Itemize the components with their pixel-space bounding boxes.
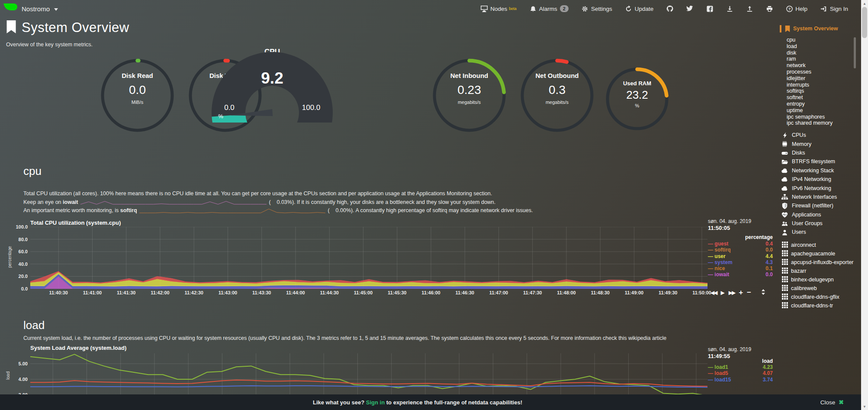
gauge-disk-read[interactable]: Disk Read 0.0 MiB/s — [99, 57, 176, 134]
sidebar-item-memory[interactable]: Memory — [781, 140, 862, 149]
y-tick: 20.0 — [9, 274, 28, 279]
gauge-net-outbound[interactable]: Net Outbound 0.3 megabits/s — [519, 57, 595, 134]
sidebar-item-ipv6-networking[interactable]: IPv6 Networking — [781, 184, 862, 193]
legend-row-softirq[interactable]: — softirq0.0 — [708, 247, 773, 253]
resize-handle-icon[interactable] — [761, 289, 765, 296]
sidebar-item-user-groups[interactable]: User Groups — [781, 219, 862, 228]
load-chart-timestamp: søn. 04. aug. 2019 11:49:55 — [708, 346, 777, 359]
play-icon[interactable]: ▶ — [720, 290, 724, 295]
x-tick: 11:42:30 — [181, 290, 207, 295]
download-icon — [726, 5, 733, 12]
sidebar-item-entropy[interactable]: entropy — [787, 101, 862, 107]
sidebar-item-disks[interactable]: Disks — [781, 149, 862, 157]
nav-signin[interactable]: Sign In — [820, 5, 848, 12]
grid-icon — [781, 259, 788, 265]
nav-import[interactable] — [746, 5, 753, 12]
sidebar-item-load[interactable]: load — [787, 43, 862, 50]
sidebar-item-network[interactable]: network — [787, 62, 862, 69]
sidebar-item-disk[interactable]: disk — [787, 50, 862, 56]
twitter-icon — [686, 5, 693, 12]
iowait-sparkline[interactable] — [80, 199, 267, 205]
nav-update[interactable]: Update — [625, 5, 654, 12]
sidebar-item-idlejitter[interactable]: idlejitter — [787, 75, 862, 82]
zoom-in-icon[interactable]: + — [739, 290, 743, 295]
sidebar-item-apacheguacamole[interactable]: apacheguacamole — [781, 249, 862, 258]
sidebar-scrollbar-thumb[interactable] — [854, 37, 856, 68]
zoom-out-icon[interactable]: − — [747, 290, 751, 295]
sidebar-item-interrupts[interactable]: interrupts — [787, 82, 862, 88]
legend-row-load1[interactable]: — load14.23 — [708, 364, 773, 370]
gauge-net-inbound[interactable]: Net Inbound 0.23 megabits/s — [431, 57, 508, 134]
sidebar-item-system-overview[interactable]: System Overview — [779, 24, 862, 33]
legend-row-iowait[interactable]: — iowait0.0 — [708, 271, 773, 278]
sidebar-item-processes[interactable]: processes — [787, 69, 862, 75]
sidebar-item-cpu[interactable]: cpu — [787, 37, 862, 43]
gauge-cpu[interactable]: CPU 9.2 0.0 100.0 % — [203, 47, 341, 123]
x-tick: 11:49:30 — [655, 290, 681, 295]
sidebar-item-softirqs[interactable]: softirqs — [787, 88, 862, 94]
cpu-chart[interactable] — [30, 227, 707, 289]
sidebar-item-binhex-delugevpn[interactable]: binhex-delugevpn — [781, 275, 862, 284]
gauge-value: 0.23 — [431, 83, 508, 97]
sidebar-item-airconnect[interactable]: airconnect — [781, 241, 862, 249]
cpu-legend-header: percentage — [708, 234, 773, 240]
pan-backward-icon[interactable]: ◀◀ — [710, 290, 717, 295]
cpu-text-line2: Keep an eye on iowait ( 0.03%). If it is… — [23, 198, 698, 207]
nav-export[interactable] — [726, 5, 733, 12]
sidebar-item-cloudflare-ddns-gflix[interactable]: cloudflare-ddns-gflix — [781, 293, 862, 301]
legend-row-nice[interactable]: — nice0.1 — [708, 265, 773, 271]
x-tick: 11:48:30 — [587, 290, 613, 295]
gauge-units: megabits/s — [431, 100, 508, 105]
sidebar-item-softnet[interactable]: softnet — [787, 94, 862, 101]
legend-label: — load15 — [708, 377, 763, 383]
nav-print[interactable] — [766, 5, 773, 12]
load-chart[interactable] — [30, 353, 707, 397]
sidebar-item-apcupsd-influxdb-exporter[interactable]: apcupsd-influxdb-exporter — [781, 258, 862, 267]
sidebar-item-bazarr[interactable]: bazarr — [781, 267, 862, 275]
sidebar-item-btrfs-filesystem[interactable]: BTRFS filesystem — [781, 157, 862, 166]
gauge-value: 9.2 — [203, 69, 341, 87]
scrollbar-thumb[interactable] — [862, 7, 867, 38]
sidebar-item-networking-stack[interactable]: Networking Stack — [781, 166, 862, 175]
sidebar-item-cloudflare-ddns-tr[interactable]: cloudflare-ddns-tr — [781, 301, 862, 310]
nav-help[interactable]: ? Help — [786, 5, 807, 12]
sidebar-item-ipv4-networking[interactable]: IPv4 Networking — [781, 175, 862, 184]
close-banner-button[interactable]: Close ✖ — [820, 399, 844, 406]
legend-value: 4.3 — [765, 259, 773, 265]
bookmark-icon — [784, 26, 791, 32]
brand-menu[interactable]: Nostromo — [3, 3, 58, 15]
sidebar-item-applications[interactable]: Applications — [781, 210, 862, 219]
grid-icon — [781, 276, 788, 282]
sidebar-item-network-interfaces[interactable]: Network Interfaces — [781, 193, 862, 201]
sidebar-item-ipc-shared-memory[interactable]: ipc shared memory — [787, 120, 862, 126]
nav-nodes[interactable]: Nodesbeta — [481, 5, 517, 12]
x-tick: 11:46:00 — [418, 290, 444, 295]
legend-row-load15[interactable]: — load153.74 — [708, 377, 773, 383]
page-scrollbar[interactable]: ▲ ▼ — [861, 0, 868, 410]
nav-alarms[interactable]: Alarms 2 — [530, 5, 569, 12]
page-header: System Overview — [6, 20, 129, 36]
sidebar-item-users[interactable]: Users — [781, 228, 862, 236]
softirq-sparkline[interactable] — [139, 208, 325, 214]
pan-forward-icon[interactable]: ▶▶ — [729, 290, 735, 295]
legend-row-load5[interactable]: — load54.07 — [708, 370, 773, 376]
sidebar-item-ipc-semaphores[interactable]: ipc semaphores — [787, 114, 862, 120]
bookmark-icon — [6, 20, 16, 35]
nav-twitter[interactable] — [686, 5, 693, 12]
legend-row-system[interactable]: — system4.3 — [708, 259, 773, 265]
sidebar-item-uptime[interactable]: uptime — [787, 107, 862, 114]
nav-settings[interactable]: Settings — [582, 5, 612, 12]
nav-facebook[interactable] — [706, 5, 713, 12]
sidebar-item-cpus[interactable]: CPUs — [781, 131, 862, 139]
legend-row-guest[interactable]: — guest0.4 — [708, 241, 773, 247]
legend-row-user[interactable]: — user4.4 — [708, 253, 773, 259]
nav-github[interactable] — [666, 5, 673, 12]
sidebar-item-calibreweb[interactable]: calibreweb — [781, 284, 862, 293]
bolt-icon — [781, 132, 788, 139]
gauge-used-ram[interactable]: Used RAM 23.2 % — [604, 66, 670, 132]
scroll-up-icon[interactable]: ▲ — [861, 0, 868, 7]
signin-link[interactable]: Sign in — [366, 399, 385, 406]
scroll-down-icon[interactable]: ▼ — [861, 403, 868, 410]
sidebar-item-ram[interactable]: ram — [787, 56, 862, 62]
sidebar-item-firewall-netfilter-[interactable]: Firewall (netfilter) — [781, 201, 862, 210]
